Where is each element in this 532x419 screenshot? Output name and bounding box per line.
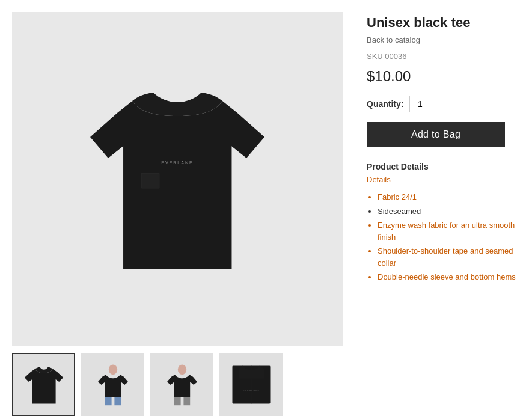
product-info: Unisex black tee Back to catalog SKU 000… xyxy=(367,12,520,283)
add-to-bag-button[interactable]: Add to Bag xyxy=(367,122,505,147)
main-product-image: EVERLANE xyxy=(12,12,343,346)
detail-item-3: Enzyme wash fabric for an ultra smooth f… xyxy=(378,219,520,243)
back-to-catalog-link[interactable]: Back to catalog xyxy=(367,35,520,44)
svg-rect-6 xyxy=(114,397,121,405)
svg-rect-8 xyxy=(174,397,180,405)
detail-item-5: Double-needle sleeve and bottom hems xyxy=(378,271,520,283)
quantity-label: Quantity: xyxy=(367,99,403,109)
sku-label: SKU 00036 xyxy=(367,52,520,61)
svg-text:EVERLANE: EVERLANE xyxy=(161,161,193,165)
svg-rect-1 xyxy=(141,173,159,188)
product-price: $10.00 xyxy=(367,68,520,85)
details-link[interactable]: Details xyxy=(367,175,520,184)
svg-rect-9 xyxy=(183,397,190,405)
svg-point-4 xyxy=(108,364,117,375)
product-title: Unisex black tee xyxy=(367,15,520,31)
main-tshirt-svg: EVERLANE xyxy=(81,65,274,293)
product-layout: EVERLANE xyxy=(12,12,520,416)
detail-item-4: Shoulder-to-shoulder tape and seamed col… xyxy=(378,245,520,269)
thumbnail-3[interactable] xyxy=(150,353,213,416)
page-container: EVERLANE xyxy=(0,0,532,419)
quantity-input[interactable] xyxy=(409,96,439,112)
thumbnail-2[interactable] xyxy=(81,353,144,416)
thumbnail-1[interactable] xyxy=(12,353,75,416)
detail-item-2: Sideseamed xyxy=(378,206,520,218)
image-section: EVERLANE xyxy=(12,12,343,416)
product-details-header: Product Details xyxy=(367,162,520,171)
svg-rect-5 xyxy=(105,397,111,405)
details-list: Fabric 24/1 Sideseamed Enzyme wash fabri… xyxy=(367,191,520,283)
svg-text:EVERLANE: EVERLANE xyxy=(243,388,260,391)
thumbnails-row: EVERLANE xyxy=(12,353,343,416)
quantity-row: Quantity: xyxy=(367,96,520,112)
svg-point-7 xyxy=(177,364,186,375)
thumbnail-4[interactable]: EVERLANE xyxy=(219,353,283,416)
detail-item-1: Fabric 24/1 xyxy=(378,191,520,203)
